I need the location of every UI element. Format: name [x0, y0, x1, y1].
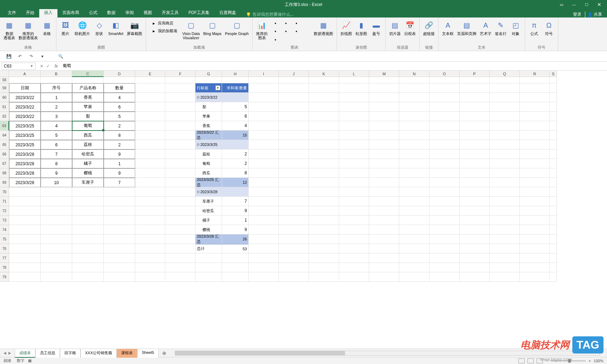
cell-H59[interactable]: 求和项:数量 — [222, 83, 249, 93]
cell-M79[interactable] — [369, 272, 399, 282]
cell-R60[interactable] — [520, 93, 550, 102]
cell-R66[interactable] — [520, 149, 550, 159]
cell-O78[interactable] — [429, 263, 460, 272]
cell-J69[interactable] — [279, 178, 309, 187]
cell-O77[interactable] — [429, 253, 460, 263]
col-header-D[interactable]: D — [104, 71, 135, 77]
cell-F63[interactable] — [165, 121, 195, 131]
cell-B61[interactable]: 2 — [41, 102, 72, 112]
row-header-73[interactable]: 73 — [0, 216, 9, 225]
cell-I72[interactable] — [249, 206, 279, 216]
cell-P63[interactable] — [460, 121, 490, 131]
cell-P70[interactable] — [460, 187, 490, 197]
cell-R78[interactable] — [520, 263, 550, 272]
cell-P65[interactable] — [460, 140, 490, 149]
cell-I73[interactable] — [249, 216, 279, 225]
cell-E59[interactable] — [135, 83, 165, 93]
cell-L64[interactable] — [339, 131, 369, 140]
cell-S64[interactable] — [550, 131, 557, 140]
tab-PDF工具集[interactable]: PDF工具集 — [184, 8, 214, 18]
cell-S65[interactable] — [550, 140, 557, 149]
cell-S69[interactable] — [550, 178, 557, 187]
cell-D59[interactable]: 数量 — [104, 83, 135, 93]
chart-type-柱[interactable]: ▪ — [270, 20, 280, 27]
cell-A68[interactable]: 2023/3/28 — [9, 168, 41, 178]
cell-A78[interactable] — [9, 263, 41, 272]
cell-G75[interactable]: 2023/3/28 汇总 — [195, 234, 222, 244]
cell-H73[interactable]: 1 — [222, 216, 249, 225]
row-header-76[interactable]: 76 — [0, 244, 9, 253]
cell-L75[interactable] — [339, 234, 369, 244]
ribbon-推荐的数据透视表[interactable]: ▦推荐的数据透视表 — [17, 19, 39, 44]
cell-O73[interactable] — [429, 216, 460, 225]
cell-G76[interactable]: 总计 — [195, 244, 222, 253]
ribbon-对象[interactable]: ◰对象 — [509, 19, 523, 44]
cell-E63[interactable] — [135, 121, 165, 131]
cell-C75[interactable] — [72, 234, 104, 244]
ribbon-超链接[interactable]: 🔗超链接 — [422, 19, 436, 44]
save-icon[interactable]: 💾 — [5, 52, 13, 60]
cell-H74[interactable]: 9 — [222, 225, 249, 234]
cell-N72[interactable] — [399, 206, 429, 216]
name-box[interactable]: C63 ▼ — [1, 63, 36, 70]
cell-H71[interactable]: 7 — [222, 197, 249, 206]
qat-more-icon[interactable]: ▾ — [39, 52, 46, 60]
cell-F76[interactable] — [165, 244, 195, 253]
cell-S70[interactable] — [550, 187, 557, 197]
cell-P62[interactable] — [460, 112, 490, 121]
cell-R72[interactable] — [520, 206, 550, 216]
col-header-I[interactable]: I — [249, 71, 279, 77]
cell-P60[interactable] — [460, 93, 490, 102]
cell-H78[interactable] — [222, 263, 249, 272]
cell-G71[interactable]: 车厘子 — [195, 197, 222, 206]
cell-K73[interactable] — [309, 216, 339, 225]
cell-L66[interactable] — [339, 149, 369, 159]
row-header-78[interactable]: 78 — [0, 263, 9, 272]
tab-公式[interactable]: 公式 — [84, 8, 102, 18]
cell-M61[interactable] — [369, 102, 399, 112]
cell-P69[interactable] — [460, 178, 490, 187]
cell-E77[interactable] — [135, 253, 165, 263]
cell-F74[interactable] — [165, 225, 195, 234]
cell-E79[interactable] — [135, 272, 165, 282]
cell-C65[interactable]: 荔枝 — [72, 140, 104, 149]
cell-A77[interactable] — [9, 253, 41, 263]
cell-H79[interactable] — [222, 272, 249, 282]
cell-M66[interactable] — [369, 149, 399, 159]
cell-I78[interactable] — [249, 263, 279, 272]
cell-N73[interactable] — [399, 216, 429, 225]
cell-D79[interactable] — [104, 272, 135, 282]
cell-Q75[interactable] — [490, 234, 520, 244]
cell-L70[interactable] — [339, 187, 369, 197]
cell-P72[interactable] — [460, 206, 490, 216]
cell-Q74[interactable] — [490, 225, 520, 234]
tab-开发工具[interactable]: 开发工具 — [157, 8, 184, 18]
cell-P73[interactable] — [460, 216, 490, 225]
cell-O59[interactable] — [429, 83, 460, 93]
sheet-tab-Sheet5[interactable]: Sheet5 — [137, 349, 159, 358]
cell-F75[interactable] — [165, 234, 195, 244]
cell-O68[interactable] — [429, 168, 460, 178]
cell-Q61[interactable] — [490, 102, 520, 112]
sheet-tab-成绩表[interactable]: 成绩表 — [15, 349, 35, 358]
cell-N58[interactable] — [399, 77, 429, 83]
cell-I75[interactable] — [249, 234, 279, 244]
cell-A67[interactable]: 2023/3/28 — [9, 159, 41, 168]
spreadsheet-grid[interactable]: ABCDEFGHIJKLMNOPQRS5859日期序号产品名称数量行标签▼求和项… — [0, 71, 607, 349]
cell-G64[interactable]: 2023/3/22 汇总 — [195, 131, 222, 140]
cell-B67[interactable]: 8 — [41, 159, 72, 168]
col-header-Q[interactable]: Q — [490, 71, 520, 77]
cell-K63[interactable] — [309, 121, 339, 131]
cell-D58[interactable] — [104, 77, 135, 83]
cell-O61[interactable] — [429, 102, 460, 112]
cell-I67[interactable] — [249, 159, 279, 168]
cell-R67[interactable] — [520, 159, 550, 168]
cell-J73[interactable] — [279, 216, 309, 225]
cell-O70[interactable] — [429, 187, 460, 197]
cell-P76[interactable] — [460, 244, 490, 253]
cell-K60[interactable] — [309, 93, 339, 102]
ribbon-联机图片[interactable]: 🌐联机图片 — [73, 19, 91, 44]
macro-record-icon[interactable]: ▦ — [28, 358, 32, 363]
cell-S61[interactable] — [550, 102, 557, 112]
tab-百度网盘[interactable]: 百度网盘 — [214, 8, 241, 18]
